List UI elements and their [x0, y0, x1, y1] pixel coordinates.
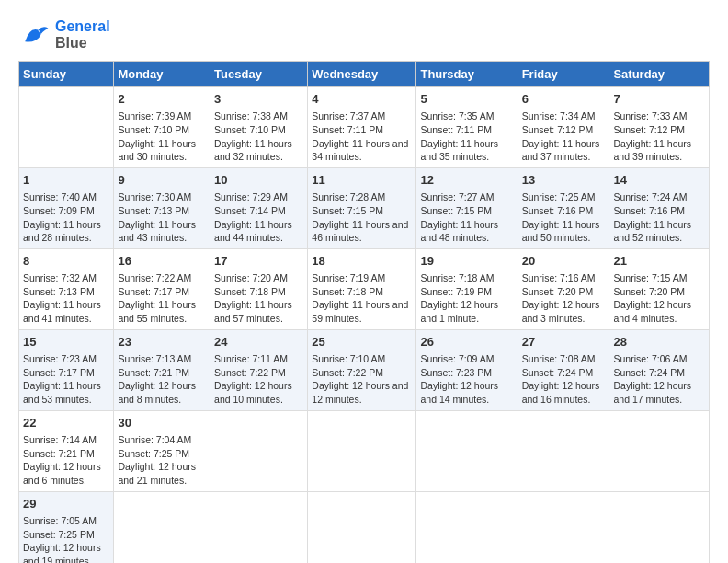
- day-number: 24: [214, 334, 303, 350]
- calendar-week-row: 2 Sunrise: 7:39 AM Sunset: 7:10 PM Dayli…: [19, 87, 710, 168]
- cell-info: Sunrise: 7:05 AM Sunset: 7:25 PM Dayligh…: [23, 514, 109, 563]
- day-number: 6: [522, 91, 606, 108]
- calendar-cell: [416, 410, 518, 491]
- daylight-text: Daylight: 11 hours and 30 minutes.: [118, 138, 196, 163]
- sunset-text: Sunset: 7:24 PM: [613, 367, 685, 378]
- header-thursday: Thursday: [416, 62, 518, 87]
- calendar-cell: 24 Sunrise: 7:11 AM Sunset: 7:22 PM Dayl…: [210, 329, 308, 410]
- calendar-cell: 2 Sunrise: 7:39 AM Sunset: 7:10 PM Dayli…: [114, 87, 210, 168]
- sunset-text: Sunset: 7:17 PM: [23, 367, 95, 378]
- cell-info: Sunrise: 7:37 AM Sunset: 7:11 PM Dayligh…: [312, 109, 412, 164]
- day-number: 4: [312, 91, 412, 108]
- cell-info: Sunrise: 7:23 AM Sunset: 7:17 PM Dayligh…: [23, 352, 109, 407]
- cell-info: Sunrise: 7:30 AM Sunset: 7:13 PM Dayligh…: [118, 190, 206, 245]
- sunrise-text: Sunrise: 7:06 AM: [613, 353, 687, 364]
- sunset-text: Sunset: 7:11 PM: [420, 124, 492, 135]
- day-number: 23: [118, 334, 206, 350]
- day-number: 7: [613, 91, 705, 108]
- calendar-week-row: 29 Sunrise: 7:05 AM Sunset: 7:25 PM Dayl…: [19, 491, 710, 563]
- sunrise-text: Sunrise: 7:10 AM: [312, 353, 385, 364]
- sunrise-text: Sunrise: 7:09 AM: [420, 353, 494, 364]
- cell-info: Sunrise: 7:22 AM Sunset: 7:17 PM Dayligh…: [118, 271, 206, 326]
- calendar-cell: 19 Sunrise: 7:18 AM Sunset: 7:19 PM Dayl…: [416, 248, 518, 329]
- day-number: 30: [118, 415, 206, 431]
- daylight-text: Daylight: 12 hours and 14 minutes.: [420, 380, 498, 405]
- calendar-cell: [114, 491, 210, 563]
- cell-info: Sunrise: 7:39 AM Sunset: 7:10 PM Dayligh…: [118, 109, 206, 164]
- sunrise-text: Sunrise: 7:30 AM: [118, 191, 191, 202]
- sunrise-text: Sunrise: 7:40 AM: [23, 191, 97, 202]
- sunset-text: Sunset: 7:18 PM: [312, 286, 383, 297]
- daylight-text: Daylight: 12 hours and 10 minutes.: [214, 380, 292, 405]
- day-number: 12: [420, 172, 513, 189]
- calendar-cell: 8 Sunrise: 7:32 AM Sunset: 7:13 PM Dayli…: [19, 248, 114, 329]
- page-header: General Blue: [18, 18, 710, 52]
- calendar-cell: 10 Sunrise: 7:29 AM Sunset: 7:14 PM Dayl…: [210, 167, 308, 248]
- day-number: 19: [420, 253, 513, 270]
- sunset-text: Sunset: 7:10 PM: [118, 124, 189, 135]
- sunrise-text: Sunrise: 7:04 AM: [118, 434, 191, 445]
- calendar-cell: 20 Sunrise: 7:16 AM Sunset: 7:20 PM Dayl…: [518, 248, 609, 329]
- sunrise-text: Sunrise: 7:14 AM: [23, 434, 97, 445]
- sunrise-text: Sunrise: 7:35 AM: [420, 110, 494, 121]
- cell-info: Sunrise: 7:14 AM Sunset: 7:21 PM Dayligh…: [23, 433, 109, 488]
- cell-info: Sunrise: 7:08 AM Sunset: 7:24 PM Dayligh…: [522, 352, 606, 407]
- cell-info: Sunrise: 7:34 AM Sunset: 7:12 PM Dayligh…: [522, 109, 606, 164]
- sunset-text: Sunset: 7:24 PM: [522, 367, 594, 378]
- daylight-text: Daylight: 11 hours and 35 minutes.: [420, 138, 498, 163]
- calendar-cell: [609, 410, 710, 491]
- cell-info: Sunrise: 7:18 AM Sunset: 7:19 PM Dayligh…: [420, 271, 513, 326]
- cell-info: Sunrise: 7:19 AM Sunset: 7:18 PM Dayligh…: [312, 271, 412, 326]
- calendar-cell: 12 Sunrise: 7:27 AM Sunset: 7:15 PM Dayl…: [416, 167, 518, 248]
- calendar-cell: 15 Sunrise: 7:23 AM Sunset: 7:17 PM Dayl…: [19, 329, 114, 410]
- sunset-text: Sunset: 7:16 PM: [613, 205, 685, 216]
- daylight-text: Daylight: 12 hours and 8 minutes.: [118, 380, 196, 405]
- daylight-text: Daylight: 11 hours and 34 minutes.: [312, 138, 408, 163]
- daylight-text: Daylight: 12 hours and 19 minutes.: [23, 542, 101, 563]
- sunset-text: Sunset: 7:16 PM: [522, 205, 594, 216]
- cell-info: Sunrise: 7:13 AM Sunset: 7:21 PM Dayligh…: [118, 352, 206, 407]
- sunrise-text: Sunrise: 7:23 AM: [23, 353, 97, 364]
- header-sunday: Sunday: [19, 62, 114, 87]
- sunrise-text: Sunrise: 7:28 AM: [312, 191, 385, 202]
- calendar-cell: 18 Sunrise: 7:19 AM Sunset: 7:18 PM Dayl…: [308, 248, 416, 329]
- sunset-text: Sunset: 7:19 PM: [420, 286, 492, 297]
- sunset-text: Sunset: 7:09 PM: [23, 205, 95, 216]
- daylight-text: Daylight: 12 hours and 3 minutes.: [522, 299, 600, 324]
- sunset-text: Sunset: 7:22 PM: [312, 367, 383, 378]
- calendar-cell: [609, 491, 710, 563]
- sunset-text: Sunset: 7:17 PM: [118, 286, 189, 297]
- daylight-text: Daylight: 12 hours and 21 minutes.: [118, 461, 196, 486]
- day-number: 20: [522, 253, 606, 270]
- sunset-text: Sunset: 7:10 PM: [214, 124, 286, 135]
- logo-icon: [18, 18, 51, 52]
- calendar-header-row: Sunday Monday Tuesday Wednesday Thursday…: [19, 62, 710, 87]
- sunset-text: Sunset: 7:18 PM: [214, 286, 286, 297]
- sunrise-text: Sunrise: 7:13 AM: [118, 353, 191, 364]
- calendar-cell: 1 Sunrise: 7:40 AM Sunset: 7:09 PM Dayli…: [19, 167, 114, 248]
- day-number: 5: [420, 91, 513, 108]
- daylight-text: Daylight: 11 hours and 37 minutes.: [522, 138, 600, 163]
- calendar-cell: 29 Sunrise: 7:05 AM Sunset: 7:25 PM Dayl…: [19, 491, 114, 563]
- cell-info: Sunrise: 7:25 AM Sunset: 7:16 PM Dayligh…: [522, 190, 606, 245]
- cell-info: Sunrise: 7:20 AM Sunset: 7:18 PM Dayligh…: [214, 271, 303, 326]
- day-number: 13: [522, 172, 606, 189]
- day-number: 26: [420, 334, 513, 350]
- cell-info: Sunrise: 7:04 AM Sunset: 7:25 PM Dayligh…: [118, 433, 206, 488]
- sunrise-text: Sunrise: 7:08 AM: [522, 353, 596, 364]
- cell-info: Sunrise: 7:09 AM Sunset: 7:23 PM Dayligh…: [420, 352, 513, 407]
- sunset-text: Sunset: 7:21 PM: [23, 448, 95, 459]
- sunset-text: Sunset: 7:15 PM: [312, 205, 383, 216]
- cell-info: Sunrise: 7:33 AM Sunset: 7:12 PM Dayligh…: [613, 109, 705, 164]
- calendar-cell: 16 Sunrise: 7:22 AM Sunset: 7:17 PM Dayl…: [114, 248, 210, 329]
- calendar-cell: 7 Sunrise: 7:33 AM Sunset: 7:12 PM Dayli…: [609, 87, 710, 168]
- day-number: 2: [118, 91, 206, 108]
- daylight-text: Daylight: 12 hours and 4 minutes.: [613, 299, 691, 324]
- daylight-text: Daylight: 11 hours and 53 minutes.: [23, 380, 101, 405]
- calendar-cell: 17 Sunrise: 7:20 AM Sunset: 7:18 PM Dayl…: [210, 248, 308, 329]
- sunrise-text: Sunrise: 7:11 AM: [214, 353, 288, 364]
- logo: General Blue: [18, 18, 110, 52]
- calendar-cell: [19, 87, 114, 168]
- daylight-text: Daylight: 12 hours and 6 minutes.: [23, 461, 101, 486]
- day-number: 10: [214, 172, 303, 189]
